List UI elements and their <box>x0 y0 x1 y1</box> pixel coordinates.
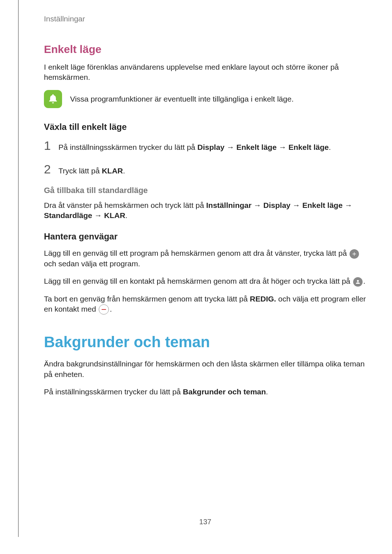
shortcut-p2: Lägg till en genväg till en kontakt på h… <box>44 276 367 286</box>
step-number: 2 <box>44 162 53 176</box>
step-number: 1 <box>44 139 53 153</box>
heading-vaxla: Växla till enkelt läge <box>44 122 367 132</box>
step-text: På inställningsskärmen trycker du lätt p… <box>58 142 331 152</box>
shortcut-p3: Ta bort en genväg från hemskärmen genom … <box>44 294 367 315</box>
contact-icon <box>353 277 363 287</box>
bg-p2: På inställningsskärmen trycker du lätt p… <box>44 387 367 397</box>
step-text: Tryck lätt på KLAR. <box>58 166 125 176</box>
minus-icon <box>99 304 109 315</box>
back-paragraph: Dra åt vänster på hemskärmen och tryck l… <box>44 200 367 221</box>
note-callout: Vissa programfunktioner är eventuellt in… <box>44 90 367 108</box>
breadcrumb: Inställningar <box>44 15 367 23</box>
bell-icon <box>44 90 62 108</box>
heading-enkelt-lage: Enkelt läge <box>44 43 367 56</box>
step-2: 2 Tryck lätt på KLAR. <box>44 162 367 176</box>
page-number: 137 <box>19 518 392 526</box>
heading-ga-tillbaka: Gå tillbaka till standardläge <box>44 186 367 195</box>
heading-bakgrunder: Bakgrunder och teman <box>44 333 367 351</box>
steps-list: 1 På inställningsskärmen trycker du lätt… <box>44 139 367 176</box>
heading-hantera: Hantera genvägar <box>44 231 367 242</box>
page-content: Inställningar Enkelt läge I enkelt läge … <box>18 0 392 537</box>
intro-paragraph: I enkelt läge förenklas användarens uppl… <box>44 62 367 83</box>
shortcut-p1: Lägg till en genväg till ett program på … <box>44 248 367 269</box>
step-1: 1 På inställningsskärmen trycker du lätt… <box>44 139 367 153</box>
bg-p1: Ändra bakgrundsinställningar för hemskär… <box>44 359 367 379</box>
note-text: Vissa programfunktioner är eventuellt in… <box>70 94 294 104</box>
plus-icon <box>350 249 359 259</box>
